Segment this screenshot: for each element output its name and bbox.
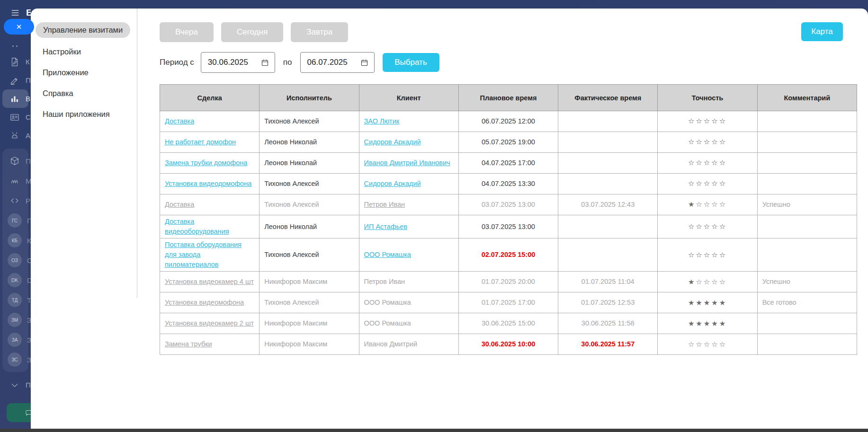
planned-time-cell: 01.07.2025 20:00 [458, 272, 558, 292]
client-cell: ООО Ромашка [359, 313, 458, 334]
deal-link[interactable]: Замена трубки домофона [165, 159, 247, 167]
accuracy-cell: ☆☆☆☆☆ [658, 111, 757, 132]
menu-item-3[interactable]: Справка [43, 89, 137, 98]
sidebar-item-label: М [26, 177, 31, 185]
deal-link[interactable]: Не работает домофон [165, 138, 236, 146]
menu-item-0[interactable]: Управление визитами [36, 22, 130, 38]
deal-link[interactable]: Доставка [165, 117, 194, 125]
menu-item-1[interactable]: Настройки [43, 47, 137, 56]
close-menu-button[interactable]: ✕ [4, 19, 34, 35]
avatar: ОЗ [8, 253, 22, 267]
client-cell[interactable]: ООО Ромашка [359, 238, 458, 272]
deal-cell[interactable]: Установка видеомофона [160, 292, 260, 313]
deal-link[interactable]: Доставка [165, 201, 194, 208]
actual-time-cell [558, 153, 658, 174]
deal-link[interactable]: Установка видеокамер 2 шт [165, 319, 254, 327]
sidebar-item-зс[interactable]: ЗСЗ [2, 350, 28, 370]
sidebar-item-code[interactable]: Р [2, 191, 28, 211]
deal-cell[interactable]: Установка видеокамер 4 шт [160, 272, 260, 292]
sidebar-item-зм[interactable]: ЗМЗ [2, 310, 28, 330]
deal-cell[interactable]: Установка видеокамер 2 шт [160, 313, 260, 334]
deal-cell[interactable]: Замена трубки домофона [160, 153, 260, 174]
avatar: ТД [8, 293, 22, 307]
actual-time-cell: 01.07.2025 11:04 [558, 272, 658, 292]
bottom-bar [0, 429, 868, 432]
hamburger-icon[interactable] [10, 8, 20, 18]
deal-cell[interactable]: Поставка оборудования для завода пиломат… [160, 238, 260, 272]
sidebar-item-за[interactable]: ЗАЗ [2, 330, 28, 350]
panel-menu: Управление визитамиНастройкиПриложениеСп… [31, 9, 137, 298]
deal-link[interactable]: Установка видеодомофона [165, 180, 251, 187]
menu-item-4[interactable]: Наши приложения [43, 110, 137, 119]
rating-stars: ★★★★★ [688, 299, 727, 307]
panel-main: ВчераСегодняЗавтра Карта Период с 30.06.… [137, 9, 868, 429]
deal-cell[interactable]: Установка видеодомофона [160, 174, 260, 194]
app-logo-letter: Б [26, 8, 31, 18]
sidebar-item-оз[interactable]: ОЗО [2, 250, 28, 270]
deal-cell[interactable]: Доставка [160, 194, 260, 215]
sidebar-item-id-card[interactable]: С [0, 108, 31, 126]
sidebar-item-cube[interactable]: П [2, 151, 28, 171]
accuracy-cell: ☆☆☆☆☆ [658, 132, 757, 153]
client-link[interactable]: Сидоров Аркадий [364, 138, 421, 146]
waves-icon [9, 175, 20, 186]
apply-period-button[interactable]: Выбрать [383, 53, 439, 72]
client-link[interactable]: Иванов Дмитрий Иванович [364, 159, 450, 167]
deal-link[interactable]: Замена трубки [165, 340, 212, 348]
id-card-icon [9, 112, 20, 123]
planned-time-cell: 03.07.2025 13:00 [458, 194, 558, 215]
client-cell[interactable]: Петров Иван [359, 194, 458, 215]
accuracy-cell: ☆☆☆☆☆ [658, 153, 757, 174]
executor-cell: Тихонов Алексей [260, 111, 359, 132]
calendar-icon[interactable] [360, 59, 368, 67]
quick-button-0[interactable]: Вчера [160, 22, 214, 42]
sidebar-item-pencil[interactable]: П [0, 71, 31, 89]
sidebar-item-тд[interactable]: ТДТ [2, 290, 28, 310]
deal-cell[interactable]: Замена трубки [160, 334, 260, 355]
client-link[interactable]: Петров Иван [364, 201, 405, 208]
quick-button-2[interactable]: Завтра [291, 22, 348, 42]
rating-stars: ☆☆☆☆☆ [688, 222, 727, 230]
sidebar-item-android[interactable]: А [0, 126, 31, 145]
deal-cell[interactable]: Доставка [160, 111, 260, 132]
client-link[interactable]: ЗАО Лютик [364, 117, 400, 125]
period-from-input[interactable]: 30.06.2025 [201, 52, 275, 73]
sidebar-item-chevron-down[interactable]: П [0, 376, 31, 394]
map-button[interactable]: Карта [801, 22, 843, 41]
rating-stars: ★☆☆☆☆ [688, 200, 727, 208]
quick-filter-row: ВчераСегодняЗавтра [160, 22, 868, 42]
sidebar-item-гс[interactable]: ГСГе [2, 211, 28, 230]
client-cell[interactable]: ИП Астафьев [359, 215, 458, 238]
client-cell[interactable]: Сидоров Аркадий [359, 174, 458, 194]
deal-link[interactable]: Поставка оборудования для завода пиломат… [165, 241, 242, 268]
table-row: Замена трубки домофонаЛеонов НиколайИван… [160, 153, 857, 174]
quick-button-1[interactable]: Сегодня [221, 22, 283, 42]
chat-icon [25, 409, 31, 416]
deal-link[interactable]: Установка видеокамер 4 шт [165, 278, 254, 285]
deal-cell[interactable]: Не работает домофон [160, 132, 260, 153]
period-to-input[interactable]: 06.07.2025 [300, 52, 375, 73]
sidebar-item-label: З [27, 336, 31, 344]
executor-cell: Леонов Николай [260, 153, 359, 174]
sidebar-item-bar-chart[interactable]: В [2, 89, 28, 108]
deal-cell[interactable]: Доставка видеооборудования [160, 215, 260, 238]
planned-time-cell: 03.07.2025 13:00 [458, 215, 558, 238]
client-cell[interactable]: Иванов Дмитрий Иванович [359, 153, 458, 174]
menu-item-2[interactable]: Приложение [43, 68, 137, 77]
deal-link[interactable]: Доставка видеооборудования [165, 218, 229, 235]
client-link[interactable]: ИП Астафьев [364, 223, 408, 230]
sidebar-item-document[interactable]: К [0, 53, 31, 71]
client-cell[interactable]: ЗАО Лютик [359, 111, 458, 132]
client-link[interactable]: ООО Ромашка [364, 251, 411, 258]
support-button[interactable] [7, 403, 31, 422]
sidebar-item-кб[interactable]: КБК [2, 230, 28, 250]
actual-time-cell [558, 111, 658, 132]
sidebar-item-waves[interactable]: М [2, 171, 28, 191]
sidebar-item-dk[interactable]: DKD [2, 270, 28, 290]
deal-link[interactable]: Установка видеомофона [165, 299, 244, 306]
client-link[interactable]: Сидоров Аркадий [364, 180, 421, 187]
client-cell[interactable]: Сидоров Аркадий [359, 132, 458, 153]
cube-icon [9, 155, 20, 167]
table-row: Установка видеокамер 2 штНикифоров Макси… [160, 313, 857, 334]
calendar-icon[interactable] [261, 59, 269, 67]
